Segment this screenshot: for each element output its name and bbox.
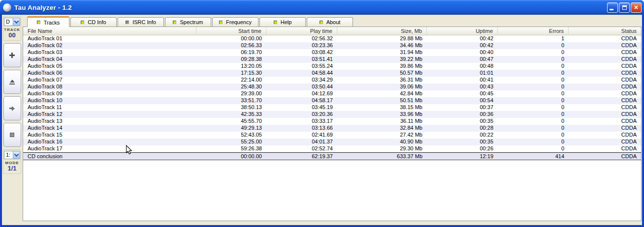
table-row[interactable]: AudioTrack 0202:56.3303:23.3634.46 Mb00:…	[23, 42, 641, 49]
table-row[interactable]: AudioTrack 1033:51.7004:58.1750.51 Mb00:…	[23, 97, 641, 104]
minimize-button[interactable]	[607, 2, 618, 13]
cell-errors: 0	[498, 125, 569, 132]
cell-start-time: 45:55.70	[196, 118, 266, 125]
cell-start-time: 22:14.00	[196, 77, 266, 84]
table-row[interactable]: AudioTrack 0409:28.3803:51.4139.22 Mb00:…	[23, 56, 641, 63]
summary-cell-file-name: CD conclusion	[23, 152, 196, 160]
cell-status: CDDA	[569, 49, 641, 56]
tab-frequency[interactable]: Frequency	[212, 17, 258, 27]
cell-uptime: 00:36	[427, 111, 498, 118]
cell-uptime: 00:37	[427, 104, 498, 111]
cell-uptime: 01:01	[427, 70, 498, 77]
mode-dropdown-button[interactable]	[13, 151, 20, 159]
close-button[interactable]: ✕	[631, 2, 642, 13]
tab-state-icon	[37, 21, 40, 24]
cell-start-time: 06:19.70	[196, 49, 266, 56]
column-header-uptime[interactable]: Uptime	[427, 27, 498, 35]
drive-combobox[interactable]: D	[4, 18, 20, 26]
cell-status: CDDA	[569, 77, 641, 84]
cell-file-name: AudioTrack 12	[23, 111, 196, 118]
cell-start-time: 09:28.38	[196, 56, 266, 63]
table-row[interactable]: AudioTrack 1449:29.1303:13.6632.84 Mb00:…	[23, 125, 641, 132]
cell-file-name: AudioTrack 02	[23, 42, 196, 49]
mode-ratio: 1/1	[4, 165, 20, 172]
table-row[interactable]: AudioTrack 1655:25.0004:01.3740.90 Mb00:…	[23, 139, 641, 145]
tab-state-icon	[173, 21, 176, 24]
cell-file-name: AudioTrack 07	[23, 77, 196, 84]
column-header-file-name[interactable]: File Name	[23, 27, 196, 35]
cell-errors: 0	[498, 63, 569, 70]
table-row[interactable]: AudioTrack 1345:55.7003:33.1736.11 Mb00:…	[23, 118, 641, 125]
cell-start-time: 29:39.00	[196, 90, 266, 97]
window-controls: ✕	[607, 2, 642, 13]
column-header-play-time[interactable]: Play time	[266, 27, 337, 35]
cell-status: CDDA	[569, 111, 641, 118]
column-header-start-time[interactable]: Start time	[196, 27, 266, 35]
eject-button[interactable]	[3, 70, 21, 94]
tab-isrc-info[interactable]: ISRC Info	[118, 17, 164, 27]
cell-errors: 0	[498, 132, 569, 139]
cell-play-time: 04:58.17	[266, 97, 337, 104]
summary-cell-status: CDDA	[569, 152, 641, 160]
table-row[interactable]: AudioTrack 1759:26.3802:52.7429.30 Mb00:…	[23, 145, 641, 152]
table-row[interactable]: AudioTrack 0100:00.0002:56.3229.88 Mb00:…	[23, 35, 641, 42]
cell-uptime: 00:35	[427, 139, 498, 145]
table-row[interactable]: AudioTrack 0825:48.3003:50.4439.06 Mb00:…	[23, 84, 641, 90]
cell-status: CDDA	[569, 97, 641, 104]
table-row[interactable]: AudioTrack 0929:39.0004:12.6942.84 Mb00:…	[23, 90, 641, 97]
table-row[interactable]: AudioTrack 0722:14.0003:34.2936.31 Mb00:…	[23, 77, 641, 84]
tab-help[interactable]: Help	[259, 17, 306, 27]
summary-row[interactable]: CD conclusion00:00.0062:19.37633.37 Mb12…	[23, 152, 641, 160]
cell-file-name: AudioTrack 17	[23, 145, 196, 152]
column-header-status[interactable]: Status	[569, 27, 641, 35]
tracks-table: File NameStart timePlay timeSize, MbUpti…	[23, 27, 642, 221]
cell-size-mb: 33.96 Mb	[337, 111, 427, 118]
cell-uptime: 00:26	[427, 145, 498, 152]
cell-errors: 0	[498, 77, 569, 84]
drive-dropdown-button[interactable]	[13, 18, 20, 26]
tab-state-icon	[126, 21, 129, 24]
cell-play-time: 03:20.36	[266, 111, 337, 118]
cell-size-mb: 29.88 Mb	[337, 35, 427, 42]
cell-status: CDDA	[569, 90, 641, 97]
cell-start-time: 00:00.00	[196, 35, 266, 42]
cell-errors: 0	[498, 84, 569, 90]
table-row[interactable]: AudioTrack 1552:43.0502:41.6927.42 Mb00:…	[23, 132, 641, 139]
cell-size-mb: 31.94 Mb	[337, 49, 427, 56]
cell-start-time: 02:56.33	[196, 42, 266, 49]
cell-file-name: AudioTrack 04	[23, 56, 196, 63]
cell-uptime: 00:47	[427, 56, 498, 63]
table-row[interactable]: AudioTrack 0617:15.3004:58.4450.57 Mb01:…	[23, 70, 641, 77]
cell-play-time: 03:34.29	[266, 77, 337, 84]
column-header-size-mb[interactable]: Size, Mb	[337, 27, 427, 35]
column-header-errors[interactable]: Errors	[498, 27, 569, 35]
tab-state-icon	[219, 21, 223, 24]
app-icon	[3, 3, 11, 12]
cell-file-name: AudioTrack 08	[23, 84, 196, 90]
table-row[interactable]: AudioTrack 1138:50.1303:45.1938.15 Mb00:…	[23, 104, 641, 111]
tab-cd-info[interactable]: CD Info	[70, 17, 117, 27]
tab-spectrum[interactable]: Spectrum	[165, 17, 211, 27]
tab-label: Tracks	[44, 20, 60, 26]
cell-size-mb: 40.90 Mb	[337, 139, 427, 145]
tab-tracks[interactable]: Tracks	[27, 16, 69, 27]
tab-about[interactable]: About	[307, 17, 353, 27]
mode-combobox[interactable]: 1:	[4, 151, 20, 159]
tab-label: About	[326, 19, 341, 25]
cell-status: CDDA	[569, 132, 641, 139]
table-row[interactable]: AudioTrack 1242:35.3303:20.3633.96 Mb00:…	[23, 111, 641, 118]
cell-status: CDDA	[569, 35, 641, 42]
cell-file-name: AudioTrack 16	[23, 139, 196, 145]
cell-play-time: 03:23.36	[266, 42, 337, 49]
title-bar[interactable]: Tau Analyzer - 1.2 ✕	[0, 0, 644, 15]
cell-uptime: 00:42	[427, 42, 498, 49]
play-button[interactable]	[3, 96, 21, 120]
cell-size-mb: 29.30 Mb	[337, 145, 427, 152]
maximize-button[interactable]	[619, 2, 630, 13]
add-track-button[interactable]	[3, 43, 21, 67]
cell-errors: 0	[498, 97, 569, 104]
table-row[interactable]: AudioTrack 0306:19.7003:08.4231.94 Mb00:…	[23, 49, 641, 56]
stop-button[interactable]	[3, 123, 21, 147]
table-row[interactable]: AudioTrack 0513:20.0503:55.2439.86 Mb00:…	[23, 63, 641, 70]
cell-play-time: 03:51.41	[266, 56, 337, 63]
